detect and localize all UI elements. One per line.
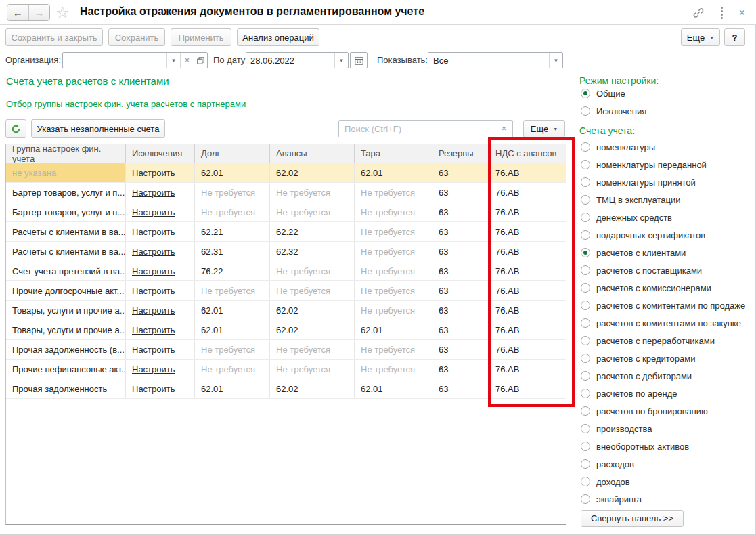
back-button[interactable]: ←	[7, 5, 29, 20]
table-row[interactable]: Счет учета претензий в ва...Настроить76.…	[6, 261, 566, 281]
radio-icon	[581, 354, 590, 363]
column-header[interactable]: НДС с авансов	[489, 144, 566, 163]
cell-group: Товары, услуги и прочие а...	[6, 301, 126, 320]
radio-label: расчетов с комитентами по закупке	[596, 318, 741, 328]
menu-kebab-icon[interactable]	[721, 7, 723, 19]
save-and-close-button[interactable]: Сохранить и закрыть	[5, 28, 103, 46]
organization-open-icon[interactable]	[194, 53, 207, 68]
table-row[interactable]: Прочая задолженностьНастроить62.0162.026…	[6, 379, 566, 399]
configure-link[interactable]: Настроить	[132, 345, 175, 355]
favorite-star-icon[interactable]: ☆	[55, 2, 70, 22]
mode-option-2[interactable]: Исключения	[581, 105, 646, 117]
help-button[interactable]: ?	[724, 28, 745, 46]
table-row[interactable]: Прочие долгосрочные акт...НастроитьНе тр…	[6, 281, 566, 301]
account-option-12[interactable]: расчетов с переработчиками	[581, 335, 715, 347]
account-option-1[interactable]: номенклатуры	[581, 141, 655, 153]
cell-tara: Не требуется	[355, 222, 432, 241]
configure-link[interactable]: Настроить	[132, 325, 175, 335]
account-option-16[interactable]: расчетов по бронированию	[581, 405, 708, 417]
account-option-14[interactable]: расчетов с дебиторами	[581, 370, 692, 382]
show-field[interactable]: Все ▼	[428, 52, 563, 68]
cell-debt: Не требуется	[195, 281, 270, 300]
account-option-10[interactable]: расчетов с комитентами по продаже	[581, 299, 745, 312]
mode-option-1[interactable]: Общие	[581, 87, 625, 100]
account-option-3[interactable]: номенклатуры принятой	[581, 176, 696, 188]
column-header[interactable]: Резервы	[432, 144, 489, 163]
configure-link[interactable]: Настроить	[132, 227, 175, 237]
date-dropdown-icon[interactable]: ▼	[334, 53, 348, 68]
table-row[interactable]: Товары, услуги и прочие а...Настроить62.…	[6, 320, 566, 340]
link-icon[interactable]	[692, 7, 705, 19]
configure-link[interactable]: Настроить	[132, 266, 175, 276]
table-row[interactable]: Товары, услуги и прочие а...Настроить62.…	[6, 301, 566, 320]
table-row[interactable]: Бартер товаров, услуг и п...НастроитьНе …	[6, 202, 566, 222]
account-option-8[interactable]: расчетов с поставщиками	[581, 264, 702, 276]
search-input[interactable]	[339, 121, 495, 137]
show-dropdown-icon[interactable]: ▼	[549, 53, 562, 68]
radio-icon	[581, 230, 590, 240]
account-option-18[interactable]: внеоборотных активов	[581, 440, 689, 452]
organization-dropdown-icon[interactable]: ▼	[166, 53, 180, 68]
configure-link[interactable]: Настроить	[132, 207, 175, 217]
configure-link[interactable]: Настроить	[132, 364, 175, 374]
configure-link[interactable]: Настроить	[132, 384, 175, 394]
calendar-button[interactable]	[350, 52, 368, 68]
cell-tara: Не требуется	[355, 202, 432, 221]
refresh-button[interactable]	[5, 119, 26, 138]
account-option-5[interactable]: денежных средств	[581, 211, 672, 223]
cell-tara: Не требуется	[355, 183, 432, 202]
collapse-panel-button[interactable]: Свернуть панель >>	[581, 510, 684, 527]
configure-link[interactable]: Настроить	[132, 247, 175, 257]
account-option-4[interactable]: ТМЦ в эксплуатации	[581, 194, 680, 206]
organization-input[interactable]	[63, 53, 166, 68]
column-header[interactable]: Тара	[355, 144, 432, 163]
column-header[interactable]: Авансы	[270, 144, 355, 163]
column-header[interactable]: Группа настроек фин. учета	[6, 144, 126, 163]
cell-tara: Не требуется	[355, 261, 432, 280]
group-filter-link[interactable]: Отбор группы настроек фин. учета расчето…	[6, 99, 246, 109]
table-row[interactable]: Расчеты с клиентами в ва...Настроить62.2…	[6, 222, 566, 242]
table-row[interactable]: Прочая задолженность (в...НастроитьНе тр…	[6, 340, 566, 360]
configure-link[interactable]: Настроить	[132, 168, 175, 178]
table-more-button[interactable]: Еще ▼	[523, 120, 565, 137]
account-option-15[interactable]: расчетов по аренде	[581, 387, 677, 400]
forward-button[interactable]: →	[29, 5, 50, 20]
table-row[interactable]: не указанаНастроить62.0162.0262.016376.А…	[6, 163, 566, 183]
account-option-13[interactable]: расчетов с кредиторами	[581, 352, 695, 364]
account-option-20[interactable]: доходов	[581, 475, 630, 488]
analysis-button[interactable]: Анализ операций	[237, 28, 319, 46]
account-option-17[interactable]: производства	[581, 423, 652, 435]
date-input[interactable]	[246, 53, 334, 68]
fill-empty-accounts-button[interactable]: Указать незаполненные счета	[31, 119, 165, 138]
cell-tara: Не требуется	[355, 360, 432, 379]
configure-link[interactable]: Настроить	[132, 305, 175, 316]
app-window: ← → ☆ Настройка отражения документов в р…	[0, 0, 756, 535]
configure-link[interactable]: Настроить	[132, 188, 175, 198]
account-option-11[interactable]: расчетов с комитентами по закупке	[581, 317, 741, 329]
table-row[interactable]: Прочие нефинансовые акт...НастроитьНе тр…	[6, 360, 566, 379]
column-header[interactable]: Долг	[195, 144, 270, 163]
search-box: ×	[338, 120, 513, 137]
table-row[interactable]: Бартер товаров, услуг и п...НастроитьНе …	[6, 183, 566, 202]
save-button[interactable]: Сохранить	[108, 28, 165, 46]
account-option-6[interactable]: подарочных сертификатов	[581, 229, 705, 241]
search-clear-icon[interactable]: ×	[495, 121, 512, 137]
apply-button[interactable]: Применить	[171, 28, 231, 46]
account-option-21[interactable]: эквайринга	[581, 493, 642, 505]
table-row[interactable]: Расчеты с клиентами в ва...Настроить62.3…	[6, 242, 566, 261]
radio-icon	[581, 371, 590, 381]
cell-vat-advances: 76.АВ	[489, 202, 566, 221]
configure-link[interactable]: Настроить	[132, 286, 175, 296]
toolbar-more-button[interactable]: Еще ▼	[681, 28, 720, 46]
column-header[interactable]: Исключения	[126, 144, 195, 163]
organization-field: ▼ ×	[62, 52, 208, 68]
radio-label: ТМЦ в эксплуатации	[596, 195, 680, 205]
account-option-7[interactable]: расчетов с клиентами	[581, 247, 686, 259]
account-option-2[interactable]: номенклатуры переданной	[581, 158, 707, 171]
close-icon[interactable]: ×	[739, 7, 745, 18]
cell-group: Расчеты с клиентами в ва...	[6, 242, 126, 261]
organization-clear-icon[interactable]: ×	[180, 53, 194, 68]
account-option-9[interactable]: расчетов с комиссионерами	[581, 282, 711, 294]
account-option-19[interactable]: расходов	[581, 458, 634, 470]
cell-reserves: 63	[432, 340, 489, 359]
